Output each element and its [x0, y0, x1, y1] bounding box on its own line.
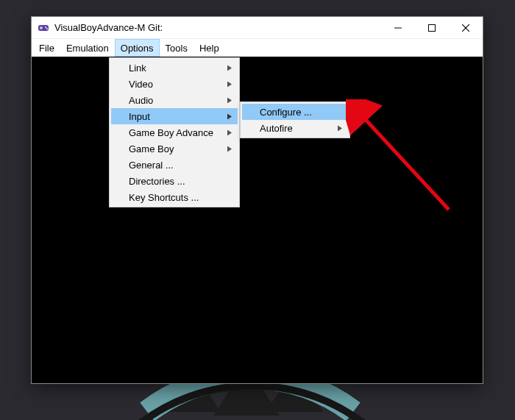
options-link[interactable]: Link — [111, 60, 238, 76]
titlebar[interactable]: VisualBoyAdvance-M Git: — [32, 17, 483, 39]
chevron-right-icon — [227, 95, 232, 106]
options-input[interactable]: Input — [111, 108, 238, 124]
options-general[interactable]: General ... — [111, 157, 238, 173]
options-key-shortcuts[interactable]: Key Shortcuts ... — [111, 189, 238, 205]
menu-options[interactable]: Options — [115, 39, 160, 57]
menu-label: Game Boy Advance — [129, 127, 213, 138]
menu-tools[interactable]: Tools — [160, 39, 193, 57]
menu-file[interactable]: File — [33, 39, 60, 57]
app-icon — [38, 22, 49, 34]
options-video[interactable]: Video — [111, 76, 238, 92]
svg-point-2 — [46, 27, 48, 29]
svg-rect-6 — [429, 24, 436, 31]
menubar: File Emulation Options Tools Help — [32, 39, 483, 57]
options-gb[interactable]: Game Boy — [111, 140, 238, 157]
options-gba[interactable]: Game Boy Advance — [111, 124, 238, 140]
menu-label: Link — [129, 63, 146, 74]
options-audio[interactable]: Audio — [111, 92, 238, 108]
menu-label: Autofire — [260, 123, 293, 134]
chevron-right-icon — [338, 123, 342, 134]
menu-label: Game Boy — [129, 143, 174, 154]
menu-label: Input — [129, 111, 150, 122]
menu-label: Configure ... — [260, 107, 312, 118]
chevron-right-icon — [227, 143, 232, 154]
chevron-right-icon — [227, 127, 232, 138]
svg-rect-4 — [40, 26, 42, 29]
chevron-right-icon — [227, 79, 232, 90]
maximize-button[interactable] — [415, 17, 449, 39]
input-submenu: Configure ... Autofire — [240, 102, 350, 138]
menu-label: Video — [129, 79, 153, 90]
menu-emulation[interactable]: Emulation — [60, 39, 115, 57]
menu-label: Key Shortcuts ... — [129, 192, 199, 203]
close-button[interactable] — [449, 17, 483, 39]
options-dropdown: Link Video Audio Input Game Boy Advance … — [109, 57, 240, 207]
menu-help[interactable]: Help — [193, 39, 225, 57]
menu-label: General ... — [129, 160, 174, 171]
input-autofire[interactable]: Autofire — [242, 120, 348, 136]
minimize-button[interactable] — [381, 17, 415, 39]
menu-label: Directories ... — [129, 176, 185, 187]
input-configure[interactable]: Configure ... — [242, 104, 348, 120]
chevron-right-icon — [227, 111, 232, 122]
window-title: VisualBoyAdvance-M Git: — [54, 22, 163, 33]
app-window: VisualBoyAdvance-M Git: File Emulation O… — [31, 16, 483, 384]
options-directories[interactable]: Directories ... — [111, 173, 238, 189]
svg-point-1 — [45, 26, 46, 27]
chevron-right-icon — [227, 63, 232, 74]
menu-label: Audio — [129, 95, 153, 106]
